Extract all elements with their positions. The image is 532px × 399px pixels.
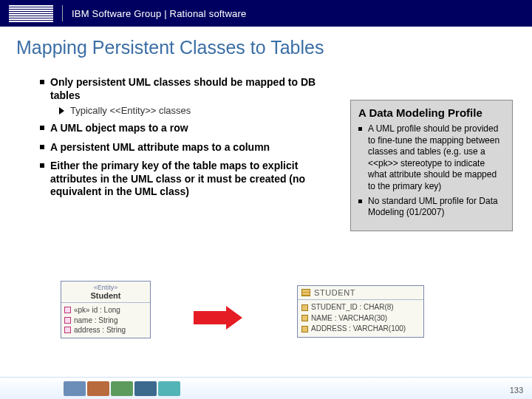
triangle-bullet-icon (59, 107, 64, 115)
bullet-persistent-classes: Only persistent UML classes should be ma… (40, 76, 318, 102)
sidebox-title: A Data Modeling Profile (358, 106, 505, 119)
square-bullet-icon (40, 80, 44, 84)
square-bullet-icon (358, 127, 362, 131)
table-icon (301, 289, 310, 296)
column-icon (301, 304, 308, 311)
attribute-icon (64, 307, 71, 313)
ibm-logo-icon (9, 5, 53, 22)
bullet-primary-key: Either the primary key of the table maps… (40, 160, 318, 199)
attribute-icon (64, 327, 71, 333)
page-title: Mapping Persistent Classes to Tables (0, 27, 532, 66)
sidebox-bullet-no-standard: No standard UML profile for Data Modelin… (358, 196, 505, 219)
footer-bar: 133 (0, 377, 532, 399)
uml-classname: Student (61, 291, 150, 300)
sub-bullet-entity: Typically <<Entity>> classes (59, 105, 318, 116)
footer-thumbnail-icon (134, 381, 157, 396)
db-col-row: STUDENT_ID : CHAR(8) (301, 302, 420, 313)
square-bullet-icon (358, 200, 362, 203)
db-table-name: STUDENT (314, 288, 355, 297)
uml-attr-row: «pk» id : Long (64, 305, 147, 316)
uml-attr-row: address : String (64, 325, 147, 335)
diagram-area: «Entity» Student «pk» id : Long name : S… (61, 281, 474, 355)
db-col: ADDRESS : VARCHAR(100) (311, 324, 406, 335)
bullet-object-row: A UML object maps to a row (40, 122, 318, 135)
db-table-box: STUDENT STUDENT_ID : CHAR(8) NAME : VARC… (297, 285, 424, 338)
bullet-text: No standard UML profile for Data Modelin… (368, 196, 505, 219)
square-bullet-icon (40, 126, 44, 130)
page-number: 133 (510, 386, 523, 395)
bullet-text: Only persistent UML classes should be ma… (50, 76, 318, 102)
footer-thumbnail-icon (87, 381, 109, 396)
bullet-text: A UML profile should be provided to fine… (368, 123, 505, 193)
footer-thumbnail-icon (158, 381, 180, 396)
attribute-icon (64, 317, 71, 324)
column-icon (301, 315, 308, 321)
db-col: STUDENT_ID : CHAR(8) (311, 302, 394, 313)
bullet-text: A UML object maps to a row (50, 122, 188, 135)
uml-attr: name : String (74, 316, 117, 326)
uml-attr-row: name : String (64, 316, 147, 326)
divider (62, 5, 63, 21)
bullet-text: Either the primary key of the table maps… (50, 160, 318, 199)
bullet-text: A persistent UML attribute maps to a col… (50, 141, 270, 154)
uml-attr: address : String (74, 325, 126, 335)
uml-class-box: «Entity» Student «pk» id : Long name : S… (61, 281, 151, 338)
footer-thumbnail-icon (64, 381, 86, 396)
sidebox-data-modeling-profile: A Data Modeling Profile A UML profile sh… (350, 100, 513, 231)
header-text: IBM Software Group | Rational software (72, 8, 246, 19)
column-icon (301, 326, 308, 332)
footer-thumbnail-strip (64, 381, 180, 396)
sidebox-bullet-profile: A UML profile should be provided to fine… (358, 123, 505, 193)
top-bar: IBM Software Group | Rational software (0, 0, 532, 27)
db-col-row: ADDRESS : VARCHAR(100) (301, 324, 420, 335)
footer-thumbnail-icon (111, 381, 133, 396)
db-col-row: NAME : VARCHAR(30) (301, 313, 420, 324)
arrow-icon (194, 306, 242, 330)
uml-stereotype: «Entity» (61, 284, 150, 291)
bullet-attribute-column: A persistent UML attribute maps to a col… (40, 141, 318, 154)
square-bullet-icon (40, 145, 44, 149)
square-bullet-icon (40, 163, 44, 168)
db-col: NAME : VARCHAR(30) (311, 313, 387, 324)
uml-attr: «pk» id : Long (74, 305, 120, 316)
bullet-text: Typically <<Entity>> classes (70, 105, 191, 116)
